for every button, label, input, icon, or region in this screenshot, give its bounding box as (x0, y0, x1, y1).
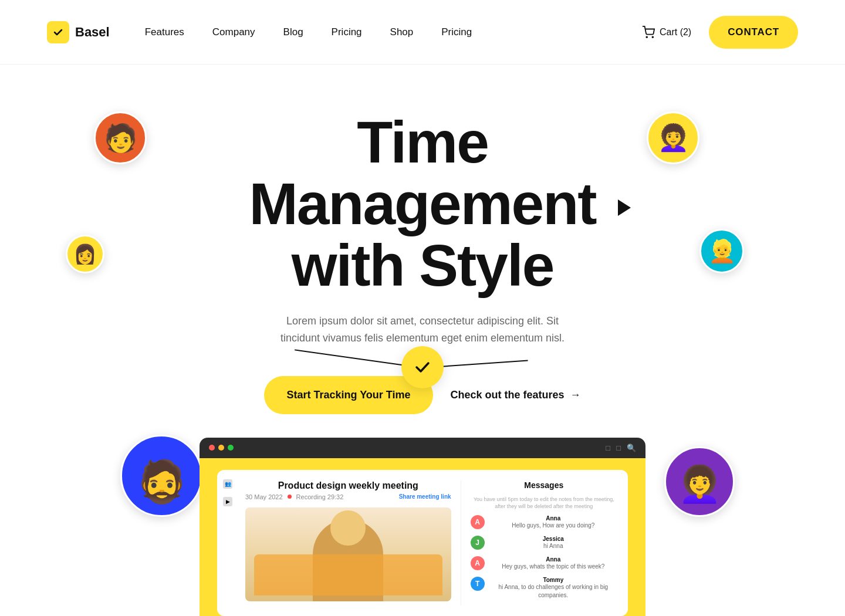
cart-button[interactable]: Cart (2) (642, 26, 691, 39)
dot-red (209, 445, 215, 451)
message-item-4: T Tommy hi Anna, to do challenges of wor… (471, 577, 617, 600)
logo-text: Basel (75, 25, 110, 40)
hero-section: 🧑 👩 🧔 👩‍🦱 👱 👩‍🦱 Time Management with Sty… (0, 65, 845, 616)
meeting-right: Messages You have until 5pm today to edi… (461, 480, 617, 605)
msg-content-4: Tommy hi Anna, to do challenges of worki… (489, 577, 617, 600)
avatar-yellow-sm: 👩 (66, 235, 104, 273)
msg-content-2: Jessica hi Anna (489, 536, 617, 550)
video-placeholder (245, 507, 451, 601)
dot-green (228, 445, 234, 451)
join-link[interactable]: Share meeting link (399, 493, 451, 500)
browser-icon-2: □ (616, 444, 621, 452)
browser-icon-3: 🔍 (627, 444, 636, 452)
nav-blog[interactable]: Blog (283, 26, 303, 38)
nav-right: Cart (2) CONTACT (642, 16, 798, 49)
meeting-date: 30 May 2022 (245, 493, 283, 500)
nav-pricing-1[interactable]: Pricing (332, 26, 362, 38)
dot-yellow (218, 445, 224, 451)
msg-avatar-1: A (471, 515, 485, 529)
msg-content-3: Anna Hey guys, whats the topic of this w… (489, 556, 617, 571)
meeting-recording: Recording 29:32 (296, 493, 344, 500)
check-features-button[interactable]: Check out the features → (451, 389, 581, 401)
meeting-meta: 30 May 2022 Recording 29:32 Share meetin… (245, 493, 451, 500)
recording-dot-icon (288, 495, 292, 499)
arrow-icon: → (570, 389, 581, 401)
logo[interactable]: Basel (47, 21, 110, 43)
nav-shop[interactable]: Shop (390, 26, 414, 38)
browser-chrome: □ □ 🔍 (200, 438, 645, 458)
person-head (330, 510, 366, 546)
avatar-yellow-lg: 👩‍🦱 (647, 111, 699, 164)
hero-title: Time Management with Style (188, 111, 657, 296)
screen-content: 👥 ▶ Product design weekly meeting 30 May… (200, 458, 645, 616)
nav-features[interactable]: Features (145, 26, 184, 38)
msg-avatar-4: T (471, 577, 485, 591)
cart-icon (642, 26, 655, 39)
msg-content-1: Anna Hello guys, How are you doing? (489, 515, 617, 530)
avatar-purple: 👩‍🦱 (664, 446, 735, 517)
nav-pricing-2[interactable]: Pricing (441, 26, 472, 38)
meeting-title: Product design weekly meeting (245, 480, 451, 491)
cart-label: Cart (2) (660, 27, 691, 38)
messages-title: Messages (471, 480, 617, 490)
sidebar-icon-video: ▶ (223, 497, 232, 506)
hero-subtitle: Lorem ipsum dolor sit amet, consectetur … (276, 313, 569, 347)
person-shirt (254, 554, 442, 595)
meeting-card: 👥 ▶ Product design weekly meeting 30 May… (217, 470, 628, 616)
messages-note: You have until 5pm today to edit the not… (471, 496, 617, 510)
message-item-2: J Jessica hi Anna (471, 536, 617, 550)
logo-icon (47, 21, 69, 43)
browser-icons: □ □ 🔍 (606, 444, 636, 452)
check-badge (401, 346, 444, 388)
svg-point-1 (646, 36, 647, 38)
navigation: Basel Features Company Blog Pricing Shop… (0, 0, 845, 65)
browser-dots (209, 445, 234, 451)
avatar-blue-lg: 🧔 (120, 435, 202, 517)
msg-avatar-2: J (471, 536, 485, 550)
avatar-teal: 👱 (699, 229, 744, 273)
screen-mockup: □ □ 🔍 👥 ▶ Product design weekly meeting … (200, 438, 645, 616)
meeting-left: Product design weekly meeting 30 May 202… (228, 480, 451, 605)
message-item-3: A Anna Hey guys, whats the topic of this… (471, 556, 617, 571)
play-arrow-icon (618, 199, 631, 216)
svg-point-2 (652, 36, 653, 38)
sidebar-icons: 👥 ▶ (223, 479, 232, 506)
contact-button[interactable]: CONTACT (709, 16, 798, 49)
nav-company[interactable]: Company (212, 26, 255, 38)
msg-avatar-3: A (471, 556, 485, 570)
browser-icon-1: □ (606, 444, 610, 452)
sidebar-icon-people: 👥 (223, 479, 232, 489)
message-item-1: A Anna Hello guys, How are you doing? (471, 515, 617, 530)
nav-links: Features Company Blog Pricing Shop Prici… (145, 26, 642, 38)
avatar-orange: 🧑 (94, 111, 147, 164)
